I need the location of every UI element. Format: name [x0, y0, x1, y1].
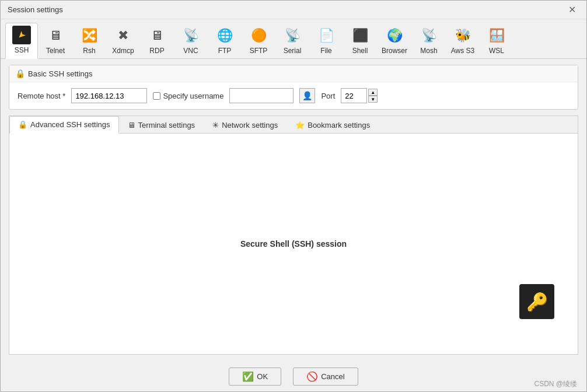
rsh-icon: 🔀	[80, 26, 99, 45]
key-icon-box: 🔑	[519, 284, 554, 319]
port-label: Port	[321, 92, 335, 100]
cancel-icon: 🚫	[306, 371, 318, 382]
sftp-label: SFTP	[250, 47, 268, 55]
specify-username-label[interactable]: Specify username	[153, 92, 223, 100]
xdmcp-icon: ✖	[114, 26, 132, 45]
protocol-btn-rsh[interactable]: 🔀 Rsh	[73, 23, 106, 58]
ok-label: OK	[257, 372, 268, 381]
protocol-btn-wsl[interactable]: 🪟 WSL	[480, 23, 513, 58]
ok-button[interactable]: ✅ OK	[229, 368, 281, 386]
xdmcp-label: Xdmcp	[112, 47, 134, 55]
ok-icon: ✅	[242, 371, 254, 382]
session-settings-window: Session settings ✕ ➤ SSH 🖥 Telnet 🔀 Rsh …	[0, 0, 587, 392]
title-bar: Session settings ✕	[1, 1, 586, 19]
basic-ssh-settings-title: 🔒 Basic SSH settings	[9, 65, 578, 82]
rsh-label: Rsh	[83, 47, 95, 55]
person-icon-button[interactable]: 👤	[299, 88, 315, 103]
ssh-label: SSH	[15, 46, 29, 54]
awss3-icon: 🐝	[453, 26, 472, 45]
bookmark-tab-label: Bookmark settings	[308, 121, 370, 130]
ftp-icon: 🌐	[215, 26, 234, 45]
content-area: 🔒 Basic SSH settings Remote host * Speci…	[1, 59, 586, 360]
browser-label: Browser	[382, 47, 407, 55]
rdp-label: RDP	[149, 47, 164, 55]
serial-label: Serial	[284, 47, 302, 55]
telnet-icon: 🖥	[46, 26, 65, 45]
file-icon: 📄	[317, 26, 336, 45]
ftp-label: FTP	[218, 47, 232, 55]
awss3-label: Aws S3	[451, 47, 474, 55]
protocol-btn-mosh[interactable]: 📡 Mosh	[413, 23, 445, 58]
watermark: CSDN @绫缕	[534, 379, 577, 389]
advanced-tab-icon: 🔒	[18, 120, 27, 129]
port-increment-button[interactable]: ▲	[368, 89, 378, 96]
terminal-tab-label: Terminal settings	[138, 121, 195, 130]
ssh-icon: ➤	[12, 26, 31, 44]
protocol-btn-file[interactable]: 📄 File	[310, 23, 343, 58]
telnet-label: Telnet	[46, 47, 65, 55]
protocol-btn-sftp[interactable]: 🟠 SFTP	[242, 23, 275, 58]
advanced-tab-label: Advanced SSH settings	[30, 120, 110, 129]
wsl-icon: 🪟	[487, 26, 506, 45]
remote-host-input[interactable]	[71, 88, 147, 103]
port-spinner: ▲ ▼	[341, 88, 378, 103]
shell-icon: ⬛	[351, 26, 369, 45]
group-title-text: Basic SSH settings	[28, 69, 93, 78]
protocol-btn-ftp[interactable]: 🌐 FTP	[208, 23, 241, 58]
tabs-container: 🔒 Advanced SSH settings 🖥 Terminal setti…	[9, 116, 578, 355]
sftp-icon: 🟠	[249, 26, 268, 45]
footer: ✅ OK 🚫 Cancel CSDN @绫缕	[1, 360, 586, 391]
bookmark-tab-icon: ⭐	[295, 121, 305, 130]
protocol-btn-serial[interactable]: 📡 Serial	[276, 23, 309, 58]
rdp-icon: 🖥	[148, 26, 166, 45]
protocol-btn-browser[interactable]: 🌍 Browser	[378, 23, 411, 58]
basic-ssh-settings-group: 🔒 Basic SSH settings Remote host * Speci…	[9, 65, 578, 110]
protocol-btn-xdmcp[interactable]: ✖ Xdmcp	[107, 23, 139, 58]
basic-ssh-settings-body: Remote host * Specify username 👤 Port ▲ …	[9, 82, 578, 109]
network-tab-icon: ✳	[212, 121, 219, 130]
protocol-btn-shell[interactable]: ⬛ Shell	[344, 23, 376, 58]
window-title: Session settings	[8, 5, 63, 14]
protocol-btn-vnc[interactable]: 📡 VNC	[174, 23, 207, 58]
protocol-btn-telnet[interactable]: 🖥 Telnet	[39, 23, 72, 58]
wsl-label: WSL	[489, 47, 504, 55]
specify-username-checkbox[interactable]	[153, 92, 160, 100]
file-label: File	[320, 47, 331, 55]
protocol-btn-rdp[interactable]: 🖥 RDP	[141, 23, 173, 58]
ssh-description: Secure Shell (SSH) session	[240, 239, 347, 249]
key-icon: 🔑	[526, 292, 548, 312]
tab-bookmark[interactable]: ⭐ Bookmark settings	[286, 116, 379, 133]
network-tab-label: Network settings	[222, 121, 278, 130]
tab-content-area: Secure Shell (SSH) session 🔑	[9, 134, 578, 354]
protocol-toolbar: ➤ SSH 🖥 Telnet 🔀 Rsh ✖ Xdmcp 🖥 RDP 📡 VNC…	[1, 19, 586, 59]
cancel-button[interactable]: 🚫 Cancel	[293, 368, 358, 386]
shell-label: Shell	[352, 47, 368, 55]
port-input[interactable]	[341, 88, 367, 103]
cancel-label: Cancel	[321, 372, 344, 381]
mosh-label: Mosh	[420, 47, 437, 55]
vnc-label: VNC	[183, 47, 198, 55]
tab-network[interactable]: ✳ Network settings	[204, 116, 286, 133]
mosh-icon: 📡	[420, 26, 438, 45]
browser-icon: 🌍	[385, 26, 404, 45]
remote-host-label: Remote host *	[18, 92, 65, 100]
port-spinner-buttons: ▲ ▼	[368, 89, 378, 103]
tab-terminal[interactable]: 🖥 Terminal settings	[119, 116, 204, 133]
serial-icon: 📡	[283, 26, 302, 45]
group-icon: 🔒	[15, 69, 25, 78]
tabs-header: 🔒 Advanced SSH settings 🖥 Terminal setti…	[9, 116, 578, 134]
protocol-btn-awss3[interactable]: 🐝 Aws S3	[446, 23, 479, 58]
vnc-icon: 📡	[181, 26, 200, 45]
terminal-tab-icon: 🖥	[128, 121, 135, 130]
close-button[interactable]: ✕	[565, 4, 579, 16]
port-decrement-button[interactable]: ▼	[368, 96, 378, 103]
username-input[interactable]	[229, 88, 294, 103]
tab-advanced[interactable]: 🔒 Advanced SSH settings	[9, 116, 119, 134]
protocol-btn-ssh[interactable]: ➤ SSH	[5, 23, 38, 59]
